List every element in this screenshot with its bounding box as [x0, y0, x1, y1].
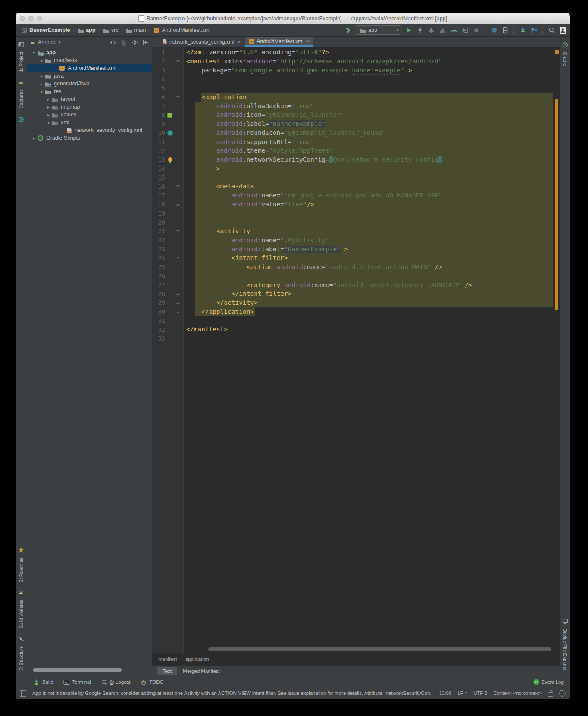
project-hscrollbar[interactable] [33, 668, 122, 672]
tree-expand-arrow[interactable]: ▸ [38, 74, 45, 78]
profile-icon[interactable] [439, 27, 446, 34]
toolwindow-button-terminal[interactable]: Terminal [63, 678, 91, 686]
view-tab-merged-manifest[interactable]: Merged Manifest [178, 667, 225, 675]
fold-marker-icon[interactable] [176, 230, 180, 232]
breadcrumb-item-bannerexample[interactable]: BannerExample [19, 26, 71, 35]
droid-icon[interactable] [18, 589, 25, 596]
fold-marker-icon[interactable] [176, 203, 180, 206]
toolwindow-button-event-log[interactable]: 2Event Log [533, 679, 564, 685]
close-window-button[interactable] [20, 16, 25, 21]
fold-marker-icon[interactable] [176, 185, 180, 188]
tool-stripe-label[interactable]: 1: Project [19, 52, 24, 72]
tool-stripe-label[interactable]: Device File Explorer [563, 628, 568, 671]
fold-marker-icon[interactable] [176, 96, 180, 98]
breadcrumb-item-src[interactable]: src [101, 26, 120, 35]
warning-mark[interactable] [555, 50, 559, 54]
tool-stripe-label[interactable]: Build Variants [19, 600, 24, 628]
file-encoding[interactable]: UTF-8 [473, 691, 488, 696]
inspections-hector-icon[interactable] [559, 690, 566, 697]
fold-marker-icon[interactable] [176, 60, 180, 63]
stop-icon[interactable] [472, 27, 480, 34]
structure-icon[interactable] [18, 635, 25, 643]
context-indicator[interactable]: Context: <no context> [493, 691, 542, 696]
tree-item-res[interactable]: ▾res [27, 88, 152, 95]
xml-breadcrumb-application[interactable]: application [185, 657, 209, 662]
project-tool-icon[interactable] [18, 41, 25, 48]
tree-item-network-security-config-xml[interactable]: network_security_config.xml [27, 126, 152, 134]
editor-tab-androidmanifest-xml[interactable]: AndroidManifest.xml✕ [245, 37, 313, 47]
run-icon[interactable] [405, 27, 413, 34]
profiler-icon[interactable] [18, 116, 25, 123]
toolwindow-button-6-logcat[interactable]: 6: Logcat [100, 678, 130, 686]
tree-expand-arrow[interactable]: ▸ [45, 113, 52, 117]
view-tab-text[interactable]: Text [157, 667, 177, 675]
locate-icon[interactable] [109, 39, 117, 46]
tree-expand-arrow[interactable]: ▾ [45, 120, 52, 125]
star-icon[interactable] [18, 547, 25, 554]
tree-item-gradle-scripts[interactable]: ▸Gradle Scripts [27, 134, 152, 142]
inspector-icon[interactable] [530, 27, 538, 34]
highlight-range-mark[interactable] [555, 99, 558, 310]
tree-item-mipmap[interactable]: ▸mipmap [27, 103, 152, 111]
tree-item-manifests[interactable]: ▾manifests [27, 56, 152, 64]
tree-item-java[interactable]: ▸java [27, 72, 152, 80]
tree-item-androidmanifest-xml[interactable]: AndroidManifest.xml [27, 64, 152, 72]
avd-icon[interactable] [501, 27, 509, 34]
fold-marker-icon[interactable] [176, 257, 180, 259]
editor-hscrollbar[interactable] [208, 647, 551, 651]
close-icon[interactable]: ✕ [238, 40, 241, 44]
tool-stripe-label[interactable]: 2: Favorites [19, 557, 24, 582]
gauge-icon[interactable] [450, 27, 457, 34]
tree-item-app[interactable]: ▾app [27, 49, 152, 56]
breadcrumb-item-main[interactable]: main [124, 26, 147, 35]
android-resource-icon[interactable] [167, 130, 173, 136]
readonly-lock-icon[interactable] [548, 692, 553, 697]
tree-item-layout[interactable]: ▸layout [27, 95, 152, 103]
tree-expand-arrow[interactable]: ▾ [38, 58, 45, 63]
fold-marker-icon[interactable] [176, 302, 180, 304]
fold-marker-icon[interactable] [176, 311, 180, 313]
tree-item-generatedjava[interactable]: ▸generatedJava [27, 80, 152, 88]
gradle-icon[interactable] [562, 41, 569, 48]
intention-bulb-icon[interactable] [168, 157, 172, 162]
device-icon[interactable] [562, 618, 569, 625]
minimize-window-button[interactable] [28, 16, 34, 21]
avatar-icon[interactable] [559, 27, 566, 34]
tree-item-values[interactable]: ▸values [27, 111, 152, 119]
breadcrumb-item-app[interactable]: app [75, 26, 97, 35]
zoom-window-button[interactable] [37, 16, 42, 21]
tree-expand-arrow[interactable]: ▸ [45, 105, 52, 109]
editor-tab-network-security-config-xml[interactable]: network_security_config.xml✕ [158, 37, 244, 47]
settings-icon[interactable] [131, 39, 138, 46]
tree-item-xml[interactable]: ▾xml [27, 119, 152, 126]
toolwindow-toggle-icon[interactable] [20, 690, 26, 697]
collapse-all-icon[interactable] [120, 39, 128, 46]
tree-expand-arrow[interactable]: ▸ [45, 97, 52, 102]
tool-stripe-label[interactable]: Gradle [563, 52, 568, 66]
editor-code[interactable]: <?xml version="1.0" encoding="utf-8"?><m… [184, 47, 560, 653]
tool-stripe-label[interactable]: Captures [19, 89, 24, 109]
caret-position[interactable]: 13:69 [439, 691, 452, 696]
tree-expand-arrow[interactable]: ▾ [31, 50, 37, 55]
sync-icon[interactable] [490, 27, 497, 34]
hammer-icon[interactable] [344, 27, 352, 34]
search-icon[interactable] [548, 27, 555, 34]
tree-expand-arrow[interactable]: ▸ [31, 136, 37, 141]
toolwindow-button-build[interactable]: Build [33, 678, 53, 686]
droid-icon[interactable] [18, 78, 25, 86]
fold-marker-icon[interactable] [176, 293, 180, 295]
android-resource-icon[interactable] [167, 113, 172, 118]
xml-breadcrumb-manifest[interactable]: manifest [158, 657, 177, 662]
close-icon[interactable]: ✕ [307, 39, 310, 44]
error-stripe[interactable] [554, 47, 560, 653]
breadcrumb-item-androidmanifest-xml[interactable]: AndroidManifest.xml [151, 26, 212, 35]
project-view-selector[interactable]: Android [38, 39, 56, 45]
debug-icon[interactable] [428, 27, 435, 34]
tree-expand-arrow[interactable]: ▾ [38, 89, 45, 94]
toolwindow-button-todo[interactable]: TODO [140, 678, 163, 686]
tree-expand-arrow[interactable]: ▸ [38, 81, 45, 86]
run-configuration-select[interactable]: app▾ [356, 25, 401, 35]
tool-stripe-label[interactable]: 7: Structure [19, 646, 24, 671]
sdk-icon[interactable] [519, 27, 526, 34]
hide-icon[interactable] [142, 39, 149, 46]
